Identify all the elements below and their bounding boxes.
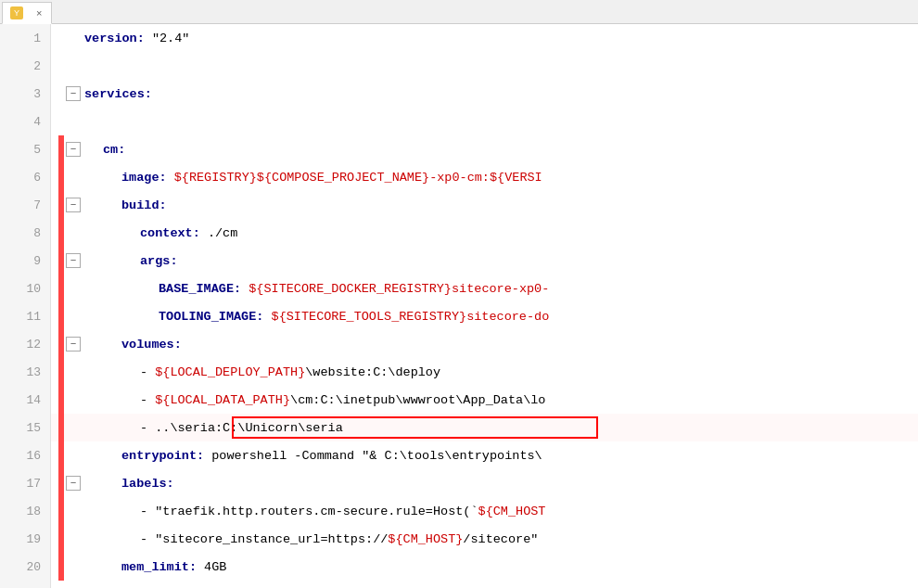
line-content: volumes: xyxy=(84,337,182,352)
code-line: −build: xyxy=(51,191,918,219)
line-number: 8 xyxy=(0,219,50,247)
line-content: version: "2.4" xyxy=(84,31,189,45)
line-number: 9 xyxy=(0,247,50,275)
line-number: 19 xyxy=(0,525,50,553)
active-tab[interactable]: Y × xyxy=(2,2,52,24)
line-number: 14 xyxy=(0,386,50,414)
code-line: - "traefik.http.routers.cm-secure.rule=H… xyxy=(51,497,918,525)
line-number: 20 xyxy=(0,553,50,581)
code-line: - ${LOCAL_DEPLOY_PATH}\website:C:\deploy xyxy=(51,358,918,386)
left-bar xyxy=(58,386,64,414)
left-bar xyxy=(58,525,64,553)
line-number: 16 xyxy=(0,441,50,469)
left-bar xyxy=(58,469,64,497)
line-number: 4 xyxy=(0,108,50,135)
fold-indicator[interactable]: − xyxy=(66,476,81,491)
line-number: 13 xyxy=(0,358,50,386)
line-number: 3 xyxy=(0,80,50,108)
left-bar xyxy=(58,358,64,386)
code-line: −services: xyxy=(51,80,918,108)
line-content: labels: xyxy=(84,476,174,491)
fold-indicator[interactable]: − xyxy=(66,337,81,352)
left-bar xyxy=(58,163,64,191)
code-line: TOOLING_IMAGE: ${SITECORE_TOOLS_REGISTRY… xyxy=(51,302,918,330)
line-content: context: ./cm xyxy=(84,225,237,240)
editor-area: 1234567891011121314151617181920 version:… xyxy=(0,24,918,588)
line-number: 18 xyxy=(0,497,50,525)
line-content: - ${LOCAL_DEPLOY_PATH}\website:C:\deploy xyxy=(84,364,440,379)
line-content: entrypoint: powershell -Command "& C:\to… xyxy=(84,448,542,463)
line-numbers-gutter: 1234567891011121314151617181920 xyxy=(0,24,51,588)
line-content: - ..\seria:C:\Unicorn\seria xyxy=(84,420,343,435)
line-content: - ${LOCAL_DATA_PATH}\cm:C:\inetpub\wwwro… xyxy=(84,392,545,407)
code-area[interactable]: version: "2.4"−services:−cm:image: ${REG… xyxy=(51,24,918,588)
line-number: 11 xyxy=(0,302,50,330)
code-line: mem_limit: 4GB xyxy=(51,553,918,581)
line-number: 5 xyxy=(0,135,50,163)
line-number: 2 xyxy=(0,52,50,80)
code-line: −args: xyxy=(51,247,918,275)
line-number: 7 xyxy=(0,191,50,219)
code-line: BASE_IMAGE: ${SITECORE_DOCKER_REGISTRY}s… xyxy=(51,275,918,302)
line-number: 10 xyxy=(0,275,50,302)
line-content: image: ${REGISTRY}${COMPOSE_PROJECT_NAME… xyxy=(84,170,542,185)
code-line xyxy=(51,52,918,80)
code-line: - "sitecore_instance_url=https://${CM_HO… xyxy=(51,525,918,553)
left-bar xyxy=(58,414,64,441)
line-content: - "traefik.http.routers.cm-secure.rule=H… xyxy=(84,504,545,518)
line-content: BASE_IMAGE: ${SITECORE_DOCKER_REGISTRY}s… xyxy=(84,281,549,296)
left-bar xyxy=(58,219,64,247)
line-number: 15 xyxy=(0,414,50,441)
fold-indicator[interactable]: − xyxy=(66,253,81,268)
left-bar xyxy=(58,135,64,163)
tab-file-icon: Y xyxy=(10,6,23,19)
code-line: −labels: xyxy=(51,469,918,497)
line-content: services: xyxy=(84,86,152,101)
line-content: TOOLING_IMAGE: ${SITECORE_TOOLS_REGISTRY… xyxy=(84,309,549,324)
line-content: args: xyxy=(84,253,178,268)
left-bar xyxy=(58,441,64,469)
fold-indicator[interactable]: − xyxy=(66,198,81,212)
line-number: 1 xyxy=(0,24,50,52)
left-bar xyxy=(58,302,64,330)
tab-bar: Y × xyxy=(0,0,918,24)
left-bar xyxy=(58,191,64,219)
code-line: - ${LOCAL_DATA_PATH}\cm:C:\inetpub\wwwro… xyxy=(51,386,918,414)
fold-indicator[interactable]: − xyxy=(66,142,81,157)
code-line: version: "2.4" xyxy=(51,24,918,52)
code-line: −volumes: xyxy=(51,330,918,358)
code-line: - ..\seria:C:\Unicorn\seria xyxy=(51,414,918,441)
tab-close-icon[interactable]: × xyxy=(34,7,44,19)
line-content: - "sitecore_instance_url=https://${CM_HO… xyxy=(84,531,538,546)
code-line: image: ${REGISTRY}${COMPOSE_PROJECT_NAME… xyxy=(51,163,918,191)
left-bar xyxy=(58,497,64,525)
left-bar xyxy=(58,275,64,302)
left-bar xyxy=(58,553,64,581)
line-content: build: xyxy=(84,198,167,212)
line-content: cm: xyxy=(84,142,125,157)
left-bar xyxy=(58,330,64,358)
fold-indicator[interactable]: − xyxy=(66,86,81,101)
code-line: entrypoint: powershell -Command "& C:\to… xyxy=(51,441,918,469)
code-line xyxy=(51,108,918,135)
left-bar xyxy=(58,247,64,275)
code-line: context: ./cm xyxy=(51,219,918,247)
line-content: mem_limit: 4GB xyxy=(84,559,226,574)
line-number: 12 xyxy=(0,330,50,358)
line-number: 6 xyxy=(0,163,50,191)
line-number: 17 xyxy=(0,469,50,497)
code-line: −cm: xyxy=(51,135,918,163)
